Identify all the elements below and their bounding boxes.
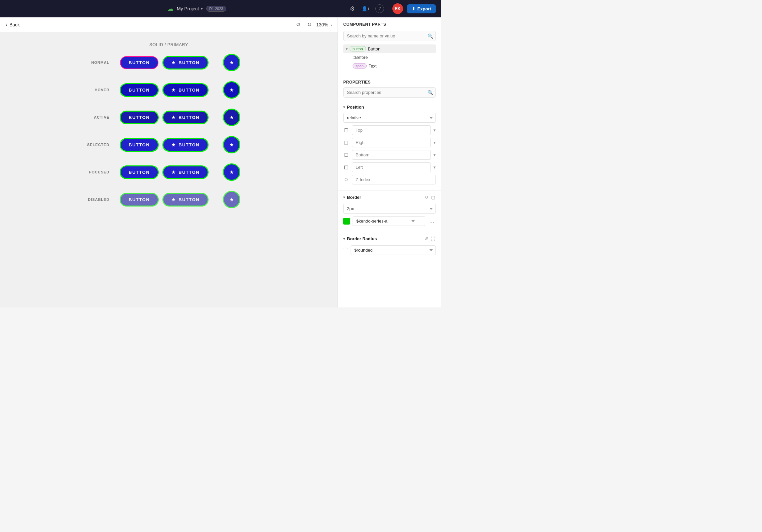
btn-normal-icon-only[interactable]: ★	[223, 54, 240, 71]
component-parts-search: 🔍	[343, 31, 436, 41]
position-select[interactable]: relative	[343, 113, 436, 123]
border-radius-actions: ↺ ⛶	[424, 236, 436, 242]
topbar: ☁ My Project ▾ R1 2023 ⚙ 👤+ ? RK ⬆ Expor…	[0, 0, 441, 17]
btn-selected-icon-text[interactable]: ★ BUTTON	[162, 138, 209, 152]
export-button[interactable]: ⬆ Export	[407, 4, 436, 13]
left-input[interactable]: Left	[352, 162, 431, 172]
btn-cell-active-3: ★	[209, 109, 255, 126]
border-color-select[interactable]: $kendo-series-a	[353, 216, 425, 226]
button-tree-label: Button	[368, 46, 381, 51]
border-color-swatch[interactable]	[343, 218, 350, 225]
top-row: Top ▾	[343, 125, 436, 135]
btn-cell-active-1: BUTTON	[116, 111, 162, 124]
border-group: ▾ Border ↺ ▢ 2px $kend	[338, 190, 441, 232]
btn-selected-text[interactable]: BUTTON	[120, 138, 159, 152]
top-dropdown-btn[interactable]: ▾	[433, 128, 436, 133]
border-rect-btn[interactable]: ▢	[430, 194, 436, 201]
btn-disabled-label: BUTTON	[129, 197, 150, 202]
border-more-btn[interactable]: …	[428, 218, 436, 225]
border-radius-corner-icon: ⌒	[343, 247, 348, 253]
btn-active-text[interactable]: BUTTON	[120, 111, 159, 124]
state-label-disabled: DISABLED	[83, 197, 116, 202]
bottom-input[interactable]: Bottom	[352, 150, 431, 160]
star-disabled-only: ★	[230, 197, 234, 202]
btn-normal-icon-text[interactable]: ★ BUTTON	[162, 56, 209, 70]
properties-search-input[interactable]	[343, 87, 436, 98]
btn-cell-focused-3: ★	[209, 163, 255, 181]
btn-cell-hover-2: ★ BUTTON	[162, 83, 209, 97]
btn-focused-icon-text[interactable]: ★ BUTTON	[162, 165, 209, 179]
tree-item-before[interactable]: ::Before	[343, 53, 436, 61]
position-label: Position	[347, 105, 364, 110]
btn-normal-text[interactable]: BUTTON	[120, 56, 158, 69]
btn-active-icon-text[interactable]: ★ BUTTON	[162, 111, 209, 124]
state-label-active: ACTIVE	[83, 115, 116, 119]
btn-selected-label-2: BUTTON	[178, 142, 200, 147]
zindex-icon: ⬡	[343, 177, 349, 183]
border-radius-expand-btn[interactable]: ⛶	[430, 236, 436, 242]
btn-focused-text[interactable]: BUTTON	[120, 165, 159, 179]
border-width-select[interactable]: 2px	[343, 204, 436, 214]
star-icon-only: ★	[230, 60, 234, 65]
help-button[interactable]: ?	[375, 4, 384, 13]
component-parts-search-icon[interactable]: 🔍	[427, 33, 433, 39]
state-label-focused: FOCUSED	[83, 170, 116, 174]
btn-cell-selected-1: BUTTON	[116, 138, 162, 152]
btn-hover-label: BUTTON	[129, 88, 150, 93]
settings-button[interactable]: ⚙	[348, 4, 356, 14]
btn-active-label-2: BUTTON	[178, 115, 200, 120]
top-input[interactable]: Top	[352, 125, 431, 135]
btn-cell-normal-3: ★	[209, 54, 255, 71]
avatar: RK	[392, 3, 403, 14]
component-parts-search-input[interactable]	[343, 31, 436, 41]
properties-title: PROPERTIES	[338, 75, 441, 87]
zindex-input[interactable]	[352, 175, 436, 184]
btn-active-icon-only[interactable]: ★	[223, 109, 240, 126]
left-row: Left ▾	[343, 162, 436, 172]
btn-active-label: BUTTON	[129, 115, 150, 120]
border-radius-value-row: ⌒ $rounded	[343, 245, 436, 255]
border-radius-group-title[interactable]: ▾ Border Radius ↺ ⛶	[343, 236, 436, 242]
left-dropdown-btn[interactable]: ▾	[433, 165, 436, 170]
properties-search-icon[interactable]: 🔍	[427, 90, 433, 95]
btn-cell-focused-1: BUTTON	[116, 165, 162, 179]
canvas-content[interactable]: SOLID / PRIMARY NORMAL BUTTON ★ BUTTON	[0, 32, 338, 307]
position-group-title[interactable]: ▾ Position	[343, 105, 436, 110]
back-button[interactable]: ‹ Back	[5, 21, 20, 28]
bottom-dropdown-btn[interactable]: ▾	[433, 152, 436, 157]
release-badge: R1 2023	[206, 6, 226, 12]
btn-selected-label: BUTTON	[129, 142, 150, 147]
star-active-only: ★	[230, 115, 234, 120]
section-title: SOLID / PRIMARY	[83, 42, 255, 47]
btn-hover-text[interactable]: BUTTON	[120, 83, 159, 97]
btn-focused-icon-only[interactable]: ★	[223, 163, 240, 181]
topbar-right: ⚙ 👤+ ? RK ⬆ Export	[348, 3, 436, 14]
bottom-row: Bottom ▾	[343, 150, 436, 160]
add-user-button[interactable]: 👤+	[360, 5, 371, 13]
btn-disabled-text[interactable]: BUTTON	[120, 193, 159, 207]
btn-hover-icon-text[interactable]: ★ BUTTON	[162, 83, 209, 97]
right-dropdown-btn[interactable]: ▾	[433, 140, 436, 145]
tree-item-button[interactable]: ▾ button Button	[343, 44, 436, 53]
btn-disabled-icon-only[interactable]: ★	[223, 191, 240, 208]
btn-disabled-icon-text[interactable]: ★ BUTTON	[162, 193, 209, 207]
right-input[interactable]: Right	[352, 138, 431, 147]
btn-hover-icon-only[interactable]: ★	[223, 81, 240, 99]
zoom-level[interactable]: 130% ▾	[316, 22, 332, 27]
border-group-title[interactable]: ▾ Border ↺ ▢	[343, 194, 436, 201]
btn-selected-icon-only[interactable]: ★	[223, 136, 240, 153]
btn-hover-label-2: BUTTON	[178, 88, 200, 93]
project-name[interactable]: My Project ▾	[177, 6, 203, 11]
border-radius-select[interactable]: $rounded	[351, 245, 436, 255]
border-radius-undo-btn[interactable]: ↺	[424, 236, 429, 242]
undo-button[interactable]: ↺	[294, 21, 302, 28]
state-label-selected: SELECTED	[83, 143, 116, 147]
button-tag-badge: button	[350, 46, 366, 51]
tree-item-span[interactable]: span Text	[343, 61, 436, 70]
component-tree: ▾ button Button ::Before span Text	[343, 44, 436, 70]
redo-button[interactable]: ↻	[305, 21, 313, 28]
state-label-hover: HOVER	[83, 88, 116, 92]
properties-section: PROPERTIES 🔍 ▾ Position relative	[338, 75, 441, 307]
border-radius-group: ▾ Border Radius ↺ ⛶ ⌒ $rounded	[338, 232, 441, 258]
border-undo-btn[interactable]: ↺	[424, 194, 429, 201]
